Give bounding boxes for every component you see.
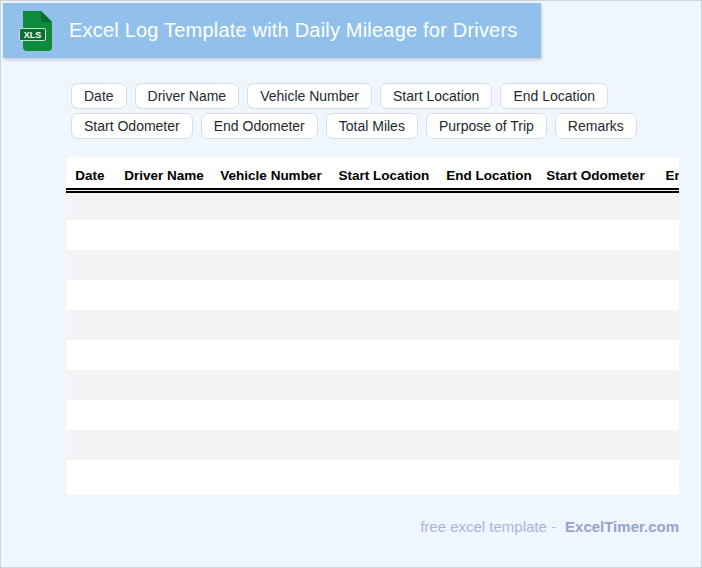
footer-text: free excel template - <box>420 518 556 535</box>
column-header-start-odometer: Start Odometer <box>538 157 653 190</box>
empty-cell <box>66 370 679 400</box>
log-table: DateDriver NameVehicle NumberStart Locat… <box>66 157 679 490</box>
header-banner: XLS Excel Log Template with Daily Mileag… <box>3 3 541 58</box>
table-row <box>66 460 679 490</box>
column-header-end-odometer: End Odometer <box>653 157 679 190</box>
table-row <box>66 370 679 400</box>
chip-remarks[interactable]: Remarks <box>555 113 637 139</box>
table-row <box>66 280 679 310</box>
empty-cell <box>66 220 679 250</box>
chip-vehicle-number[interactable]: Vehicle Number <box>247 83 372 109</box>
field-chips: DateDriver NameVehicle NumberStart Locat… <box>71 83 637 139</box>
column-header-vehicle-number: Vehicle Number <box>214 157 328 190</box>
chip-end-odometer[interactable]: End Odometer <box>201 113 318 139</box>
chip-purpose-of-trip[interactable]: Purpose of Trip <box>426 113 547 139</box>
empty-cell <box>66 400 679 430</box>
chip-driver-name[interactable]: Driver Name <box>135 83 240 109</box>
empty-cell <box>66 430 679 460</box>
chip-row-1: DateDriver NameVehicle NumberStart Locat… <box>71 83 637 109</box>
empty-cell <box>66 310 679 340</box>
xls-file-icon: XLS <box>19 11 52 51</box>
footer-credit: free excel template -ExcelTimer.com <box>420 518 679 535</box>
column-header-end-location: End Location <box>440 157 538 190</box>
table-row <box>66 340 679 370</box>
table-row <box>66 190 679 220</box>
table-row <box>66 310 679 340</box>
table-row <box>66 400 679 430</box>
chip-start-location[interactable]: Start Location <box>380 83 492 109</box>
chip-total-miles[interactable]: Total Miles <box>326 113 418 139</box>
column-header-driver-name: Driver Name <box>114 157 214 190</box>
empty-cell <box>66 280 679 310</box>
chip-row-2: Start OdometerEnd OdometerTotal MilesPur… <box>71 113 637 139</box>
chip-end-location[interactable]: End Location <box>500 83 608 109</box>
table-row <box>66 430 679 460</box>
page-title: Excel Log Template with Daily Mileage fo… <box>69 19 518 42</box>
empty-cell <box>66 340 679 370</box>
empty-cell <box>66 460 679 490</box>
table-header-row: DateDriver NameVehicle NumberStart Locat… <box>66 157 679 190</box>
chip-start-odometer[interactable]: Start Odometer <box>71 113 193 139</box>
chip-date[interactable]: Date <box>71 83 127 109</box>
footer-brand-link[interactable]: ExcelTimer.com <box>565 518 679 535</box>
table-row <box>66 220 679 250</box>
column-header-start-location: Start Location <box>328 157 440 190</box>
xls-icon-label: XLS <box>24 30 42 40</box>
column-header-date: Date <box>66 157 114 190</box>
table-row <box>66 250 679 280</box>
mileage-log-table: DateDriver NameVehicle NumberStart Locat… <box>66 157 679 495</box>
empty-cell <box>66 190 679 220</box>
page: XLS Excel Log Template with Daily Mileag… <box>0 0 702 568</box>
empty-cell <box>66 250 679 280</box>
